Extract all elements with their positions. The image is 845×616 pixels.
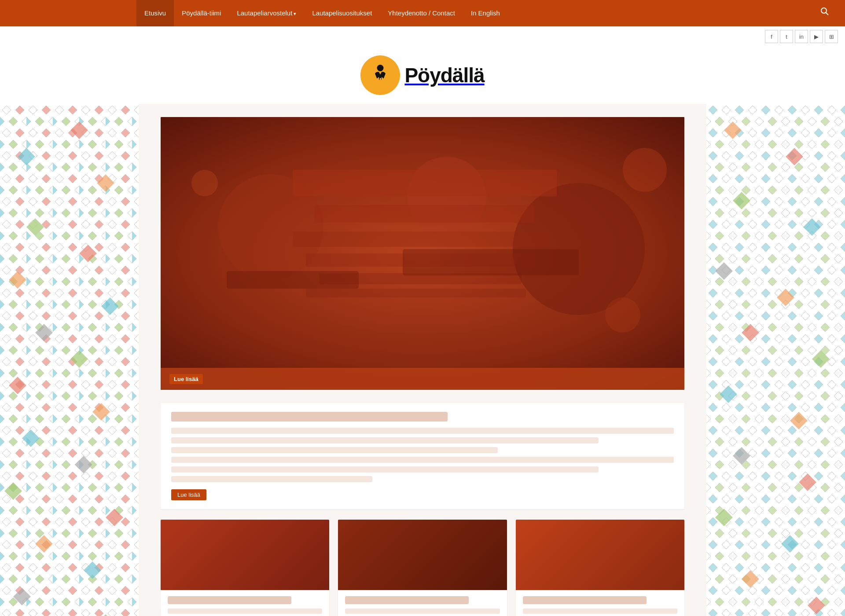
main-content: Lue lisää Lue lisää bbox=[139, 104, 706, 616]
read-more-button[interactable]: Lue lisää bbox=[171, 489, 206, 500]
card-3-line-1 bbox=[523, 609, 677, 614]
right-sidebar bbox=[706, 104, 845, 616]
svg-point-2 bbox=[377, 65, 384, 71]
card-body-2 bbox=[338, 590, 507, 616]
svg-rect-7 bbox=[385, 80, 386, 84]
logo-link[interactable]: Pöydällä bbox=[360, 55, 484, 95]
text-line-6 bbox=[171, 476, 372, 482]
svg-rect-47 bbox=[315, 205, 535, 223]
card-body-3 bbox=[516, 590, 684, 616]
card-image-2 bbox=[338, 520, 507, 590]
card-2-line-1 bbox=[345, 609, 500, 614]
card-body-1 bbox=[161, 590, 329, 616]
svg-rect-49 bbox=[306, 253, 535, 267]
article-card-2 bbox=[338, 520, 507, 616]
text-line-5 bbox=[171, 466, 599, 473]
svg-point-53 bbox=[623, 148, 667, 192]
second-section bbox=[161, 520, 684, 616]
right-pattern-svg bbox=[706, 104, 845, 616]
svg-point-54 bbox=[605, 297, 640, 333]
text-line-4 bbox=[171, 457, 674, 463]
article-card-3 bbox=[516, 520, 684, 616]
svg-rect-48 bbox=[293, 231, 548, 247]
card-title-placeholder bbox=[171, 412, 448, 422]
youtube-icon[interactable]: ▶ bbox=[810, 30, 823, 43]
main-navbar: Etusivu Pöydällä-tiimi Lautapeliarvostel… bbox=[0, 0, 845, 26]
logo-circle bbox=[360, 55, 400, 95]
svg-point-0 bbox=[821, 8, 827, 13]
nav-item-tiimi[interactable]: Pöydällä-tiimi bbox=[174, 0, 229, 26]
hero-image: Lue lisää bbox=[161, 117, 684, 390]
nav-item-english[interactable]: In English bbox=[463, 0, 508, 26]
card-1-line-1 bbox=[168, 609, 322, 614]
nav-item-arvostelut[interactable]: Lautapeliarvostelut bbox=[229, 0, 304, 27]
nav-item-etusivu[interactable]: Etusivu bbox=[136, 0, 174, 26]
svg-point-52 bbox=[191, 170, 218, 196]
svg-rect-4 bbox=[377, 79, 379, 84]
hero-image-svg bbox=[161, 117, 684, 390]
card-2-title bbox=[345, 596, 469, 604]
svg-rect-6 bbox=[382, 79, 384, 84]
linkedin-icon[interactable]: in bbox=[795, 30, 808, 43]
social-bar: f t in ▶ ⊞ bbox=[0, 26, 845, 47]
featured-article-card: Lue lisää bbox=[161, 403, 684, 509]
twitter-icon[interactable]: t bbox=[780, 30, 793, 43]
facebook-icon[interactable]: f bbox=[765, 30, 778, 43]
card-image-3 bbox=[516, 520, 684, 590]
card-1-title bbox=[168, 596, 291, 604]
nav-item-suositukset[interactable]: Lautapelisuositukset bbox=[304, 0, 380, 26]
text-line-1 bbox=[171, 428, 674, 434]
text-line-3 bbox=[171, 447, 498, 453]
nav-menu: Etusivu Pöydällä-tiimi Lautapeliarvostel… bbox=[136, 0, 813, 27]
svg-rect-3 bbox=[375, 80, 376, 84]
logo-icon bbox=[367, 62, 393, 88]
svg-rect-46 bbox=[293, 170, 557, 196]
rss-icon[interactable]: ⊞ bbox=[825, 30, 838, 43]
logo-area: Pöydällä bbox=[0, 47, 845, 104]
svg-rect-50 bbox=[319, 273, 522, 284]
svg-line-1 bbox=[826, 13, 829, 15]
left-pattern-svg bbox=[0, 104, 139, 616]
text-line-2 bbox=[171, 437, 599, 444]
left-sidebar bbox=[0, 104, 139, 616]
nav-item-yhteydenotto[interactable]: Yhteydenotto / Contact bbox=[380, 0, 463, 26]
hero-bottom-bar: Lue lisää bbox=[161, 368, 684, 390]
logo-text: Pöydällä bbox=[404, 63, 484, 87]
svg-rect-51 bbox=[306, 289, 526, 297]
main-layout: Lue lisää Lue lisää bbox=[0, 104, 845, 616]
article-card-1 bbox=[161, 520, 329, 616]
svg-rect-16 bbox=[0, 104, 139, 616]
card-image-1 bbox=[161, 520, 329, 590]
svg-rect-5 bbox=[380, 78, 382, 83]
search-icon[interactable] bbox=[813, 0, 836, 26]
card-3-title bbox=[523, 596, 647, 604]
hero-tag[interactable]: Lue lisää bbox=[169, 374, 203, 384]
